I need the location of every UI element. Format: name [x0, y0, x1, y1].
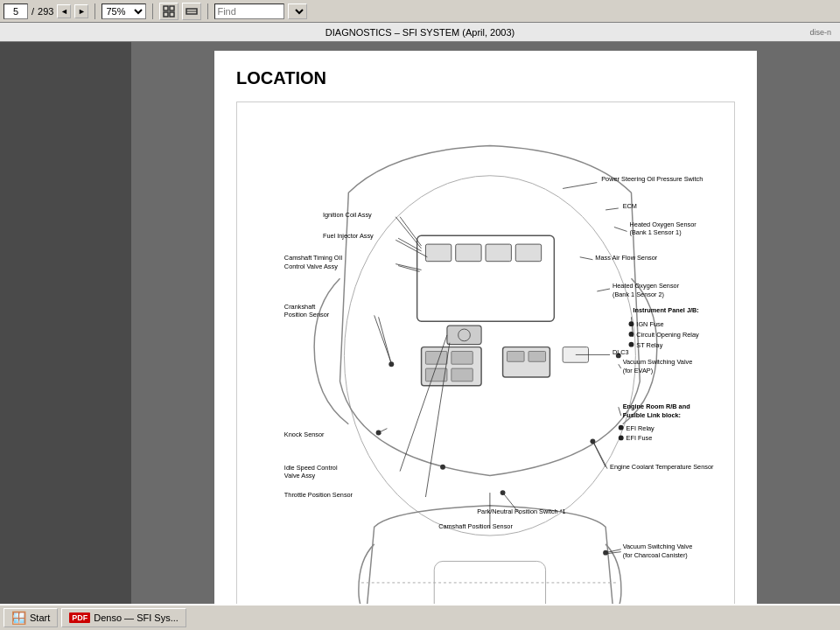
- left-panel: [0, 42, 131, 604]
- taskbar: 🪟 Start PDF Denso — SFI Sys...: [0, 604, 840, 630]
- pdf-label: Denso — SFI Sys...: [94, 612, 178, 623]
- diagram-container: Power Steering Oil Pressure Switch ECM H…: [236, 102, 735, 604]
- separator-3: [207, 4, 208, 19]
- toolbar: 5 / 293 ◄ ► 75% 50% 100% 125% 150%: [0, 0, 840, 23]
- svg-rect-3: [170, 12, 174, 17]
- svg-point-25: [376, 430, 382, 436]
- svg-rect-0: [164, 6, 168, 10]
- separator-1: [94, 4, 95, 19]
- label-park-neutral: Park/Neutral Position Switch *1: [477, 508, 565, 515]
- label-ignition-coil: Ignition Coil Assy: [323, 211, 372, 219]
- label-instrument-panel: Instrument Panel J/B:: [633, 306, 698, 314]
- page-title: LOCATION: [236, 68, 735, 88]
- label-idle-speed-1: Idle Speed Control: [284, 464, 338, 472]
- label-st-relay: ST Relay: [636, 341, 662, 349]
- page-number-input[interactable]: 5: [4, 4, 28, 19]
- svg-rect-17: [452, 368, 472, 382]
- pdf-taskbar-button[interactable]: PDF Denso — SFI Sys...: [61, 608, 186, 627]
- label-crankshaft-2: Position Sensor: [284, 311, 330, 318]
- start-button[interactable]: 🪟 Start: [4, 608, 58, 627]
- svg-point-56: [629, 332, 634, 337]
- prev-page-button[interactable]: ◄: [57, 4, 71, 18]
- fit-page-button[interactable]: [159, 3, 178, 20]
- svg-rect-15: [452, 352, 472, 365]
- label-engine-room-rb: Engine Room R/B and: [623, 402, 690, 410]
- svg-point-58: [619, 425, 624, 430]
- start-label: Start: [30, 612, 50, 623]
- label-heated-o2-b1s2: Heated Oxygen Sensor: [612, 282, 680, 290]
- zoom-select[interactable]: 75% 50% 100% 125% 150%: [102, 4, 146, 19]
- svg-rect-1: [170, 6, 174, 10]
- document-page: LOCATION: [214, 51, 757, 604]
- find-dropdown[interactable]: [288, 4, 307, 19]
- page-total: 293: [38, 6, 53, 17]
- label-idle-speed-2: Valve Assy: [284, 472, 316, 480]
- label-efi-relay: EFI Relay: [626, 424, 655, 432]
- header-text: DIAGNOSTICS – SFI SYSTEM (April, 2003): [326, 27, 514, 38]
- svg-point-26: [440, 465, 445, 470]
- svg-rect-9: [425, 244, 451, 262]
- svg-rect-11: [486, 244, 511, 262]
- label-circuit-opening-relay: Circuit Opening Relay: [636, 331, 699, 339]
- svg-rect-22: [447, 326, 481, 345]
- svg-rect-10: [456, 244, 481, 262]
- label-mass-air-flow: Mass Air Flow Sensor: [595, 254, 657, 262]
- label-knock-sensor: Knock Sensor: [284, 430, 325, 438]
- content-area: LOCATION: [131, 42, 840, 604]
- svg-rect-14: [425, 352, 446, 365]
- label-heated-o2-b1s1: Heated Oxygen Sensor: [630, 220, 697, 228]
- svg-point-28: [590, 438, 595, 444]
- svg-rect-12: [515, 244, 541, 262]
- label-efi-fuse: EFI Fuse: [626, 434, 653, 442]
- label-fusible-link: Fusible Link block:: [623, 411, 681, 419]
- label-heated-o2-b1s2-sub: (Bank 1 Sensor 2): [612, 290, 664, 298]
- svg-point-57: [629, 342, 634, 347]
- label-engine-coolant: Engine Coolant Temperature Sensor: [610, 463, 714, 471]
- diagram-svg: Power Steering Oil Pressure Switch ECM H…: [237, 102, 734, 604]
- label-dlc3: DLC3: [612, 348, 629, 356]
- svg-rect-20: [528, 352, 546, 362]
- svg-rect-2: [164, 12, 168, 17]
- svg-point-55: [629, 321, 634, 326]
- start-icon: 🪟: [11, 611, 26, 625]
- label-vacuum-evap: Vacuum Switching Valve: [623, 358, 693, 366]
- svg-point-59: [619, 435, 624, 440]
- label-camshaft-pos: Camshaft Position Sensor: [438, 522, 513, 530]
- label-camshaft-timing-2: Control Valve Assy: [284, 262, 338, 270]
- page-separator: /: [32, 6, 34, 17]
- next-page-button[interactable]: ►: [74, 4, 88, 18]
- label-camshaft-timing-1: Camshaft Timing OIl: [284, 254, 343, 262]
- header-bar: DIAGNOSTICS – SFI SYSTEM (April, 2003) d…: [0, 23, 840, 42]
- label-vacuum-charcoal-1: Vacuum Switching Valve: [623, 542, 693, 550]
- separator-2: [152, 4, 153, 19]
- label-ecm: ECM: [623, 202, 637, 210]
- page-navigation: 5 / 293: [4, 4, 53, 19]
- label-heated-o2-b1s1-sub: (Bank 1 Sensor 1): [630, 228, 682, 236]
- pdf-icon: PDF: [69, 612, 90, 623]
- fit-width-button[interactable]: [182, 3, 201, 20]
- svg-rect-19: [507, 352, 524, 362]
- label-crankshaft-1: Crankshaft: [284, 303, 315, 311]
- label-power-steering: Power Steering Oil Pressure Switch: [601, 175, 703, 183]
- label-throttle-pos: Throttle Position Sensor: [284, 491, 354, 499]
- page-ref: dise-n: [809, 28, 831, 37]
- label-fuel-injector: Fuel Injector Assy: [323, 232, 374, 240]
- label-ign-fuse: IGN Fuse: [636, 320, 663, 328]
- label-vacuum-charcoal-2: (for Charcoal Canister): [623, 551, 688, 559]
- find-input[interactable]: [214, 4, 284, 19]
- label-vacuum-evap-sub: (for EVAP): [623, 367, 653, 374]
